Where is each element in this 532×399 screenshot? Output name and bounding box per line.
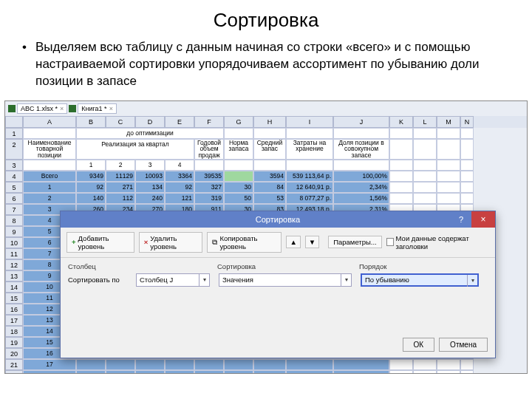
row-header[interactable]: 8 xyxy=(5,215,23,226)
row-header[interactable]: 22 xyxy=(5,370,23,374)
sort-column-select[interactable]: Столбец J ▾ xyxy=(136,273,210,287)
spreadsheet-icon xyxy=(8,105,16,112)
row-header[interactable]: 12 xyxy=(5,259,23,270)
sort-dialog: Сортировка ? × + Добавить уровень × Удал… xyxy=(60,211,496,358)
col-heading: Порядок xyxy=(359,262,477,270)
cell[interactable]: Наименование товарной позиции xyxy=(23,139,76,160)
copy-level-button[interactable]: ⧉ Копировать уровень xyxy=(207,232,282,253)
cell[interactable]: 3 xyxy=(135,160,165,171)
corner-cell[interactable] xyxy=(5,116,23,128)
sort-by-label: Сортировать по xyxy=(68,276,127,284)
move-up-button[interactable]: ▲ xyxy=(286,236,300,248)
cell[interactable]: Затраты на хранение xyxy=(286,139,333,160)
row-header[interactable]: 1 xyxy=(5,128,23,139)
col-header[interactable]: A xyxy=(23,116,76,128)
copy-icon: ⧉ xyxy=(212,238,217,247)
cell[interactable]: Годовой объем продаж xyxy=(194,139,224,160)
dialog-body: Столбец Сортировка Порядок Сортировать п… xyxy=(61,258,495,291)
row-header[interactable]: 4 xyxy=(5,171,23,182)
delete-level-button[interactable]: × Удалить уровень xyxy=(139,232,203,253)
col-heading: Столбец xyxy=(68,262,208,270)
slide-title: Сортировка xyxy=(0,9,532,32)
slide-bullet: Выделяем всю таблицу с данным начиная со… xyxy=(35,39,510,90)
row-header[interactable]: 17 xyxy=(5,315,23,326)
col-header[interactable]: E xyxy=(165,116,194,128)
parameters-button[interactable]: Параметры... xyxy=(328,236,382,248)
spreadsheet-icon xyxy=(69,105,76,112)
cell[interactable]: 100,00% xyxy=(333,171,389,182)
row-header[interactable]: 14 xyxy=(5,282,23,293)
close-icon[interactable]: × xyxy=(60,105,64,112)
cell[interactable]: 10093 xyxy=(135,171,165,182)
col-header[interactable]: F xyxy=(194,116,224,128)
cell[interactable] xyxy=(224,171,253,182)
col-header[interactable]: M xyxy=(437,116,460,128)
cell[interactable]: Норма запаса xyxy=(224,139,253,160)
cell[interactable]: 3594 xyxy=(253,171,286,182)
cell[interactable]: 539 113,64 р. xyxy=(286,171,333,182)
dialog-titlebar: Сортировка ? × xyxy=(61,211,495,228)
cell[interactable]: Всего xyxy=(23,171,76,182)
row-header[interactable]: 9 xyxy=(5,226,23,237)
cell[interactable]: 3364 xyxy=(165,171,194,182)
col-header[interactable]: N xyxy=(460,116,474,128)
row-header[interactable]: 5 xyxy=(5,182,23,193)
row-header[interactable]: 10 xyxy=(5,237,23,248)
cell[interactable]: Средний запас xyxy=(253,139,286,160)
cell[interactable]: 2 xyxy=(106,160,135,171)
col-header[interactable]: I xyxy=(286,116,333,128)
dialog-footer: ОК Отмена xyxy=(403,338,488,352)
cell[interactable]: 1 xyxy=(23,182,76,193)
chevron-down-icon: ▾ xyxy=(199,274,209,286)
document-tab[interactable]: Книга1 * × xyxy=(78,103,117,114)
row-header[interactable]: 20 xyxy=(5,348,23,359)
close-button[interactable]: × xyxy=(471,211,495,228)
col-header[interactable]: K xyxy=(389,116,413,128)
row-header[interactable]: 19 xyxy=(5,337,23,348)
headers-checkbox[interactable]: Мои данные содержат заголовки xyxy=(386,234,489,250)
help-button[interactable]: ? xyxy=(452,211,470,228)
col-header[interactable]: D xyxy=(135,116,165,128)
col-heading: Сортировка xyxy=(217,262,350,270)
cell[interactable]: до оптимизации xyxy=(76,128,224,139)
chevron-down-icon: ▾ xyxy=(341,274,351,286)
sort-order-select[interactable]: По убыванию ▾ xyxy=(361,273,479,287)
plus-icon: + xyxy=(72,238,76,246)
cell[interactable]: Реализация за квартал xyxy=(76,139,194,160)
spreadsheet-screenshot: ABC 1.xlsx * × Книга1 * × A B C D E F G … xyxy=(4,100,528,374)
row-header[interactable]: 11 xyxy=(5,248,23,259)
row-header[interactable]: 15 xyxy=(5,293,23,304)
col-header[interactable]: J xyxy=(333,116,389,128)
col-header[interactable]: H xyxy=(253,116,286,128)
close-icon[interactable]: × xyxy=(109,105,113,112)
col-header[interactable]: G xyxy=(224,116,253,128)
row-header[interactable]: 7 xyxy=(5,204,23,215)
cell[interactable]: 17 xyxy=(23,359,76,370)
cell[interactable]: Доля позиции в совокупном запасе xyxy=(333,139,389,160)
cell[interactable]: 39535 xyxy=(194,171,224,182)
row-header[interactable]: 3 xyxy=(5,160,23,171)
col-header[interactable]: B xyxy=(76,116,106,128)
col-header[interactable]: C xyxy=(106,116,135,128)
move-down-button[interactable]: ▼ xyxy=(305,236,319,248)
dialog-toolbar: + Добавить уровень × Удалить уровень ⧉ К… xyxy=(61,228,495,258)
row-header[interactable]: 6 xyxy=(5,193,23,204)
row-header[interactable]: 18 xyxy=(5,326,23,337)
sort-on-select[interactable]: Значения ▾ xyxy=(219,273,352,287)
row-header[interactable]: 13 xyxy=(5,270,23,282)
document-tab[interactable]: ABC 1.xlsx * × xyxy=(17,103,67,114)
row-header[interactable]: 2 xyxy=(5,139,23,160)
row-header[interactable]: 16 xyxy=(5,304,23,315)
cell[interactable]: 11129 xyxy=(106,171,135,182)
add-level-button[interactable]: + Добавить уровень xyxy=(66,232,134,253)
x-icon: × xyxy=(144,238,149,246)
cancel-button[interactable]: Отмена xyxy=(439,338,488,352)
ok-button[interactable]: ОК xyxy=(403,338,435,352)
cell[interactable]: 9349 xyxy=(76,171,106,182)
column-headers: A B C D E F G H I J K L M N xyxy=(5,116,527,128)
cell[interactable]: 4 xyxy=(165,160,194,171)
row-header[interactable]: 21 xyxy=(5,359,23,370)
cell[interactable]: 18 xyxy=(23,370,76,374)
cell[interactable]: 1 xyxy=(76,160,106,171)
col-header[interactable]: L xyxy=(413,116,437,128)
